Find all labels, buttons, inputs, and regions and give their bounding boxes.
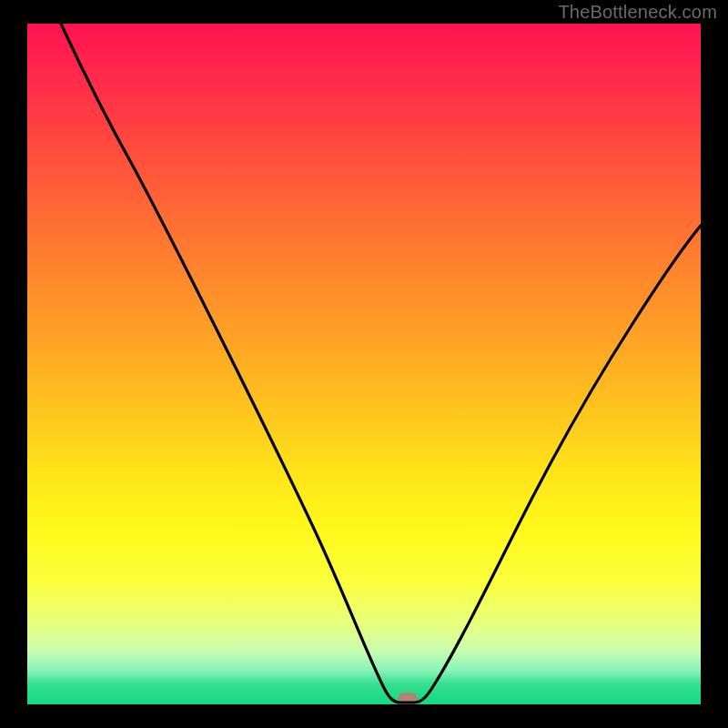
chart-stage: TheBottleneck.com bbox=[0, 0, 728, 728]
bottleneck-curve bbox=[27, 24, 701, 704]
watermark-text: TheBottleneck.com bbox=[558, 2, 717, 23]
plot-area bbox=[27, 24, 701, 704]
